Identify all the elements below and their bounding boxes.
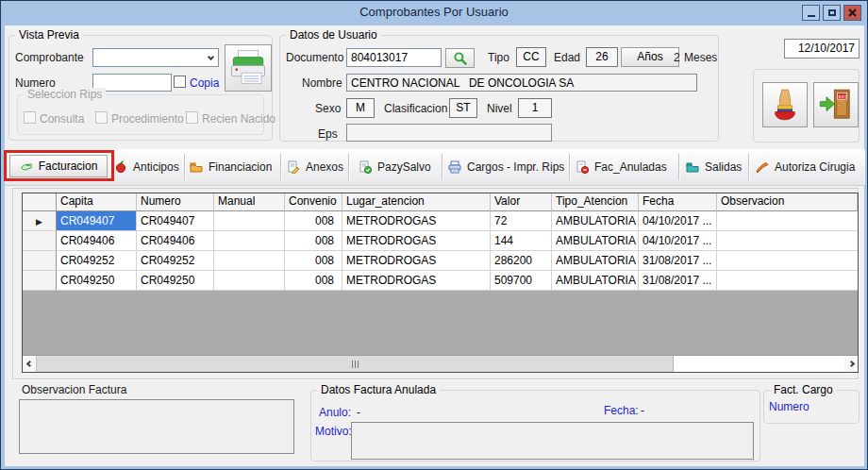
toolbar-item-financiacion[interactable]: Financiacion xyxy=(190,155,272,179)
cell[interactable]: AMBULATORIA xyxy=(552,231,639,251)
printer-blue-icon xyxy=(448,160,461,174)
search-button[interactable] xyxy=(445,48,475,68)
col-header-convenio[interactable]: Convenio xyxy=(285,193,342,211)
cell[interactable]: CR049406 xyxy=(137,231,214,251)
scrollbar-grip-icon xyxy=(352,361,359,368)
toolbar-item-autoriza-cirugia[interactable]: Autoriza Cirugia xyxy=(756,155,855,179)
procedimiento-label: Procedimiento xyxy=(111,112,184,126)
eps-field xyxy=(346,124,552,142)
right-actions-frame: EXIT xyxy=(753,69,860,143)
cell[interactable]: 31/08/2017 ... xyxy=(639,251,717,271)
scrollbar-track[interactable] xyxy=(674,356,844,372)
motivo-textarea[interactable] xyxy=(351,422,754,460)
chevron-left-icon xyxy=(25,361,32,367)
col-header-tipo-atencion[interactable]: Tipo_Atencion xyxy=(552,193,639,211)
cell[interactable]: METRODROGAS xyxy=(342,231,491,251)
toolbar-item-cargos-impr-rips[interactable]: Cargos - Impr. Rips xyxy=(448,155,564,179)
cell[interactable]: 286200 xyxy=(491,251,552,271)
cell[interactable] xyxy=(717,211,858,231)
cell[interactable] xyxy=(214,251,285,271)
close-button[interactable] xyxy=(843,5,861,21)
documento-input[interactable]: 804013017 xyxy=(346,48,442,67)
svg-text:EXIT: EXIT xyxy=(839,94,848,99)
cell[interactable]: AMBULATORIA xyxy=(552,211,639,231)
toolbar-item-anticipos[interactable]: Anticipos xyxy=(114,155,179,179)
clean-button[interactable] xyxy=(762,82,808,127)
sexo-value: M xyxy=(346,98,375,118)
toolbar-item-salidas[interactable]: Salidas xyxy=(686,155,742,179)
cell[interactable]: METRODROGAS xyxy=(342,271,491,291)
col-header-observacion[interactable]: Observacion xyxy=(717,193,858,211)
cell[interactable]: METRODROGAS xyxy=(342,211,491,231)
horizontal-scrollbar[interactable] xyxy=(23,355,858,372)
col-header-valor[interactable]: Valor xyxy=(491,193,552,211)
row-selector-cell[interactable]: ▶ xyxy=(23,211,57,231)
table-row: CR049406 CR049406 008 METRODROGAS 144 AM… xyxy=(23,231,858,251)
cell[interactable] xyxy=(214,271,285,291)
anulo-label: Anulo: xyxy=(319,406,351,419)
cell[interactable]: 008 xyxy=(285,231,342,251)
col-header-capita[interactable]: Capita xyxy=(57,193,137,211)
cell[interactable]: 72 xyxy=(491,211,552,231)
cell[interactable] xyxy=(214,211,285,231)
copia-label: Copia xyxy=(190,76,219,90)
cell[interactable]: CR049406 xyxy=(57,231,137,251)
toolbar-item-facturacion[interactable]: Facturacion xyxy=(9,155,108,177)
edad-label: Edad xyxy=(554,51,580,64)
col-header-fecha[interactable]: Fecha xyxy=(639,193,717,211)
cell[interactable]: CR049252 xyxy=(137,251,214,271)
print-button[interactable] xyxy=(225,44,272,92)
cell[interactable]: CR049250 xyxy=(137,271,214,291)
cell-capita-selected[interactable]: CR049407 xyxy=(57,211,137,231)
maximize-icon xyxy=(828,9,836,16)
scroll-right-button[interactable] xyxy=(844,356,858,372)
cell[interactable]: 008 xyxy=(285,271,342,291)
group-vista-previa: Vista Previa Comprobante Numero Copia Se… xyxy=(8,35,273,141)
cell[interactable]: 144 xyxy=(491,231,552,251)
cell[interactable] xyxy=(717,271,858,291)
scrollbar-thumb[interactable] xyxy=(36,356,674,372)
col-header-numero[interactable]: Numero xyxy=(137,193,214,211)
cell[interactable]: 509700 xyxy=(491,271,552,291)
comprobante-combobox[interactable] xyxy=(92,48,219,67)
scroll-left-button[interactable] xyxy=(23,356,36,372)
documento-label: Documento xyxy=(286,51,343,64)
col-header-lugar-atencion[interactable]: Lugar_atencion xyxy=(342,193,491,211)
cell[interactable]: 04/10/2017 ... xyxy=(639,211,717,231)
maximize-button[interactable] xyxy=(823,5,841,21)
fact-cargo-numero-link[interactable]: Numero xyxy=(769,400,810,413)
cell[interactable]: 04/10/2017 ... xyxy=(639,231,717,251)
edad-value: 26 xyxy=(586,47,618,67)
search-icon xyxy=(453,51,468,66)
cell[interactable]: AMBULATORIA xyxy=(552,251,639,271)
observacion-factura-textarea[interactable] xyxy=(19,399,294,454)
row-selector-cell[interactable] xyxy=(23,231,57,251)
cell[interactable]: CR049407 xyxy=(137,211,214,231)
nivel-label: Nivel xyxy=(487,102,512,115)
col-header-manual[interactable]: Manual xyxy=(214,193,285,211)
cell[interactable]: 31/08/2017 ... xyxy=(639,271,717,291)
cell[interactable]: CR049250 xyxy=(57,271,137,291)
row-selector-cell[interactable] xyxy=(23,251,57,271)
cell[interactable]: METRODROGAS xyxy=(342,251,491,271)
window-controls xyxy=(802,5,861,21)
cell[interactable]: 008 xyxy=(285,211,342,231)
window-title: Comprobantes Por Usuario xyxy=(1,5,867,19)
minimize-button[interactable] xyxy=(802,5,820,21)
anios-button[interactable]: Años xyxy=(621,47,679,67)
cell[interactable]: CR049252 xyxy=(57,251,137,271)
row-selector-cell[interactable] xyxy=(23,271,57,291)
copia-checkbox[interactable] xyxy=(174,76,186,88)
cell[interactable] xyxy=(214,231,285,251)
cell[interactable]: 008 xyxy=(285,251,342,271)
toolbar-item-anexos[interactable]: Anexos xyxy=(287,155,343,179)
facturacion-hand-icon xyxy=(20,159,33,173)
chevron-down-icon xyxy=(208,54,214,60)
eps-label: Eps xyxy=(318,127,338,141)
cell[interactable] xyxy=(717,251,858,271)
toolbar-item-fac-anuladas[interactable]: Fac_Anuladas xyxy=(576,155,667,179)
cell[interactable] xyxy=(717,231,858,251)
cell[interactable]: AMBULATORIA xyxy=(552,271,639,291)
toolbar-item-pazysalvo[interactable]: PazySalvo xyxy=(359,155,431,179)
exit-button[interactable]: EXIT xyxy=(813,82,859,127)
